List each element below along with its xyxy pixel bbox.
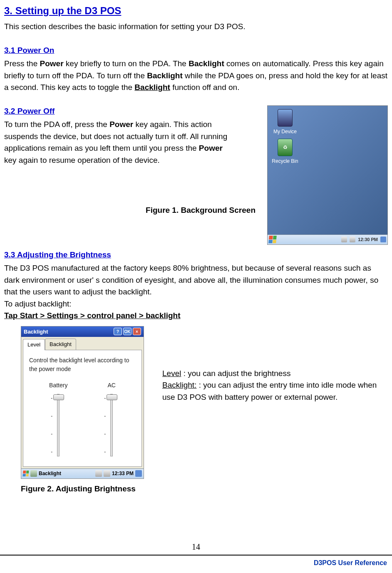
bold-power-1: Power	[40, 59, 64, 68]
backlight-window: Backlight ? OK × Level Backlight Control…	[21, 326, 144, 479]
bold-backlight-1: Backlight	[189, 59, 224, 68]
desktop-icon[interactable]	[380, 237, 386, 242]
desktop-icon-2[interactable]	[135, 470, 142, 477]
wince-desktop: My Device ♻ Recycle Bin 12:30 PM	[267, 105, 388, 245]
my-device-icon[interactable]: My Device	[270, 109, 300, 135]
panel-description: Control the backlight level according to…	[29, 356, 136, 374]
start-button-icon-2[interactable]	[22, 471, 29, 476]
window-title: Backlight	[24, 328, 48, 336]
description-column: Level : you can adjust the brightness Ba…	[162, 326, 388, 495]
help-button[interactable]: ?	[114, 328, 122, 335]
heading-3-3: 3.3 Adjusting the Brightness	[4, 249, 388, 261]
pda-icon	[278, 109, 293, 127]
tray-icon-2[interactable]	[350, 237, 355, 242]
intro-text: This section describes the basic informa…	[4, 21, 388, 33]
battery-slider[interactable]: - - - -	[57, 394, 60, 456]
bold-power-3: Power	[199, 144, 223, 152]
recycle-icon: ♻	[278, 139, 293, 156]
desc-backlight-label: Backlight:	[162, 381, 196, 389]
backlight-taskbar: Backlight 12:33 PM	[21, 468, 144, 478]
clock: 12:30 PM	[358, 236, 378, 243]
clock-2: 12:33 PM	[112, 470, 134, 477]
close-button[interactable]: ×	[133, 328, 141, 335]
tray-icon-1[interactable]	[341, 237, 347, 242]
battery-slider-thumb[interactable]	[53, 394, 64, 400]
para-3-3b: To adjust backlight:	[4, 298, 388, 310]
ok-button[interactable]: OK	[123, 328, 131, 335]
desc-level-text: : you can adjust the brightness	[181, 369, 290, 378]
figure-2-caption: Figure 2. Adjusting Brightness	[21, 483, 146, 495]
heading-3-1: 3.1 Power On	[4, 45, 388, 57]
section-3-3: 3.3 Adjusting the Brightness The D3 POS …	[4, 249, 388, 322]
wince-taskbar: 12:30 PM	[268, 234, 387, 244]
tray-icon-b[interactable]	[104, 470, 110, 477]
desc-level-label: Level	[162, 369, 181, 378]
recycle-bin-icon[interactable]: ♻ Recycle Bin	[270, 139, 300, 165]
tray-icon-a[interactable]	[95, 470, 102, 477]
start-button-icon[interactable]	[268, 236, 277, 243]
para-3-1: Press the Power key briefly to turn on t…	[4, 58, 388, 94]
slider-label-battery: Battery	[49, 381, 67, 390]
section-3-1: 3.1 Power On Press the Power key briefly…	[4, 45, 388, 94]
taskbar-app-label[interactable]: Backlight	[39, 470, 61, 477]
bold-backlight-3: Backlight	[134, 83, 170, 92]
bold-power-2: Power	[109, 120, 133, 129]
figure-1-screenshot: My Device ♻ Recycle Bin 12:30 PM	[267, 105, 388, 245]
task-app-icon[interactable]	[30, 470, 37, 477]
bold-backlight-2: Backlight	[147, 71, 183, 80]
para-3-3: The D3 POS manufactured at the factory k…	[4, 262, 388, 298]
tab-level[interactable]: Level	[23, 339, 45, 350]
figure-2-block: Backlight ? OK × Level Backlight Control…	[4, 326, 146, 495]
para-3-2: To turn the PDA off, press the Power key…	[4, 119, 229, 166]
page-title: 3. Setting up the D3 POS	[4, 3, 388, 18]
footer-reference: D3POS User Reference	[0, 556, 392, 568]
backlight-titlebar: Backlight ? OK ×	[21, 326, 144, 337]
tab-backlight[interactable]: Backlight	[45, 339, 76, 350]
nav-path: Tap Start > Settings > control panel > b…	[4, 310, 388, 322]
ac-slider[interactable]: - - - -	[110, 394, 113, 456]
slider-label-ac: AC	[108, 381, 116, 390]
ac-slider-thumb[interactable]	[107, 394, 117, 400]
page-number: 14	[0, 541, 392, 553]
